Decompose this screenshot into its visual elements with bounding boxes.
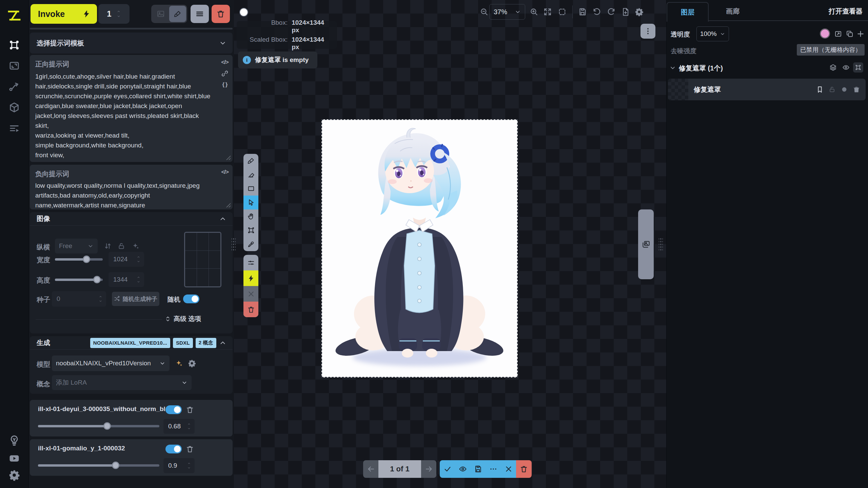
resize-handle[interactable] — [225, 202, 231, 207]
lora-weight-slider[interactable] — [38, 462, 159, 469]
collapse-section-icon[interactable] — [219, 215, 226, 223]
optimize-size-icon[interactable] — [132, 242, 140, 250]
panel-scroll-grip[interactable] — [30, 28, 233, 29]
canvas-tab-icon[interactable] — [8, 39, 20, 51]
brush-color-swatch[interactable] — [239, 8, 248, 17]
increment-icon[interactable] — [187, 423, 191, 426]
select-tool[interactable] — [243, 196, 258, 209]
lora-delete-icon[interactable] — [186, 445, 194, 453]
positive-prompt-input[interactable]: 1girl,solo,cute,ahoge,silver hair,blue h… — [35, 72, 212, 160]
more-options-button[interactable] — [486, 460, 501, 478]
prompt-template-selector[interactable]: 选择提示词模板 — [30, 33, 233, 54]
collapse-section-icon[interactable] — [219, 339, 226, 347]
youtube-icon[interactable] — [8, 452, 20, 464]
canvas-settings-icon[interactable] — [635, 7, 644, 16]
eyedropper-tool[interactable] — [243, 237, 258, 251]
increment-icon[interactable] — [136, 256, 141, 259]
height-slider-knob[interactable] — [93, 276, 101, 283]
tab-layers[interactable]: 图层 — [667, 2, 709, 22]
width-input[interactable]: 1024 — [108, 252, 144, 267]
fit-layer-icon[interactable] — [834, 30, 842, 38]
models-tab-icon[interactable] — [8, 102, 20, 113]
link-prompts-icon[interactable] — [221, 70, 229, 77]
height-slider[interactable] — [55, 276, 103, 283]
random-seed-toggle[interactable] — [183, 294, 199, 303]
delete-button[interactable] — [243, 302, 258, 317]
redo-icon[interactable] — [607, 7, 616, 16]
braces-icon[interactable]: { } — [222, 81, 228, 88]
duplicate-layer-icon[interactable] — [846, 30, 854, 38]
canvas-overflow-menu-button[interactable] — [640, 24, 655, 39]
transform-tool[interactable] — [243, 223, 258, 237]
decrement-icon[interactable] — [187, 466, 191, 469]
image-view-segment[interactable] — [152, 6, 169, 22]
lora-weight-input[interactable]: 0.9 — [163, 458, 195, 473]
bookmark-layer-icon[interactable] — [816, 86, 824, 93]
opacity-select[interactable]: 100% — [696, 26, 729, 41]
upscale-tab-icon[interactable] — [8, 60, 20, 72]
left-panel-resize-grip[interactable] — [232, 237, 236, 251]
bbox-icon[interactable] — [558, 7, 567, 16]
zoom-in-icon[interactable] — [530, 7, 538, 16]
increment-icon[interactable] — [136, 276, 141, 279]
lora-weight-slider[interactable] — [38, 422, 159, 430]
preview-toggle-button[interactable] — [455, 460, 470, 478]
canvas-workspace[interactable]: 37% Bbox:1024×1344 px Scaled Bbox:1024×1… — [234, 0, 666, 488]
increment-icon[interactable] — [187, 462, 191, 465]
advanced-options-button[interactable]: 高级 选项 — [165, 314, 201, 323]
delete-canvas-button[interactable] — [212, 5, 230, 23]
eraser-tool[interactable] — [243, 168, 258, 182]
rect-tool[interactable] — [243, 182, 258, 196]
decrement-icon[interactable] — [187, 427, 191, 430]
height-input[interactable]: 1344 — [108, 272, 144, 287]
workflows-tab-icon[interactable] — [8, 81, 20, 93]
prev-image-button[interactable] — [363, 460, 378, 478]
tips-bulb-icon[interactable] — [8, 435, 20, 446]
width-slider[interactable] — [55, 256, 103, 263]
aspect-select[interactable]: Free — [55, 239, 98, 253]
count-increment-icon[interactable] — [116, 10, 121, 13]
delete-layer-icon[interactable] — [853, 86, 860, 93]
generated-image[interactable] — [321, 119, 518, 378]
tab-gallery[interactable]: 画廊 — [714, 2, 751, 20]
decrement-icon[interactable] — [136, 280, 141, 283]
lora-enabled-toggle[interactable] — [165, 405, 182, 414]
lora-weight-input[interactable]: 0.68 — [163, 419, 195, 434]
embedding-code-icon[interactable]: </> — [221, 169, 229, 176]
settings-gear-icon[interactable] — [8, 469, 20, 481]
model-select[interactable]: noobaiXLNAIXL_vPred10Version — [52, 355, 170, 371]
lora-slider-knob[interactable] — [112, 462, 119, 469]
layer-color-icon[interactable] — [841, 86, 848, 93]
group-visibility-icon[interactable] — [842, 64, 850, 71]
group-collapse-icon[interactable] — [669, 64, 676, 71]
undo-icon[interactable] — [592, 7, 601, 16]
save-canvas-icon[interactable] — [578, 7, 587, 16]
cancel-button[interactable] — [243, 286, 258, 302]
merge-layers-icon[interactable] — [829, 64, 837, 71]
canvas-menu-button[interactable] — [191, 5, 209, 23]
invoke-region-button[interactable] — [243, 270, 258, 286]
zoom-out-icon[interactable] — [480, 7, 489, 16]
open-viewer-button[interactable]: 打开查看器 — [829, 2, 863, 20]
canvas-edit-segment[interactable] — [169, 6, 186, 22]
add-lora-select[interactable]: 添加 LoRA — [52, 375, 192, 390]
lock-aspect-icon[interactable] — [117, 242, 125, 250]
decrement-icon[interactable] — [98, 300, 103, 303]
accept-image-button[interactable] — [440, 460, 455, 478]
filter-button[interactable] — [243, 255, 258, 270]
model-settings-icon[interactable] — [188, 359, 196, 367]
brush-tool[interactable] — [243, 154, 258, 168]
delete-staged-image-button[interactable] — [516, 460, 532, 478]
negative-prompt-input[interactable]: low quality,worst quality,norma l qualit… — [35, 181, 212, 210]
group-frame-button[interactable] — [853, 62, 863, 73]
model-sparkle-icon[interactable] — [175, 359, 183, 367]
right-panel-resize-grip[interactable] — [659, 237, 663, 251]
random-seed-button[interactable]: 随机生成种子 — [112, 292, 159, 306]
count-decrement-icon[interactable] — [116, 15, 121, 18]
new-canvas-icon[interactable] — [621, 7, 630, 16]
lora-enabled-toggle[interactable] — [165, 445, 182, 453]
queue-tab-icon[interactable] — [8, 123, 20, 135]
lora-delete-icon[interactable] — [186, 406, 194, 414]
add-layer-icon[interactable] — [856, 30, 865, 38]
invoke-button[interactable]: Invoke — [31, 4, 97, 24]
